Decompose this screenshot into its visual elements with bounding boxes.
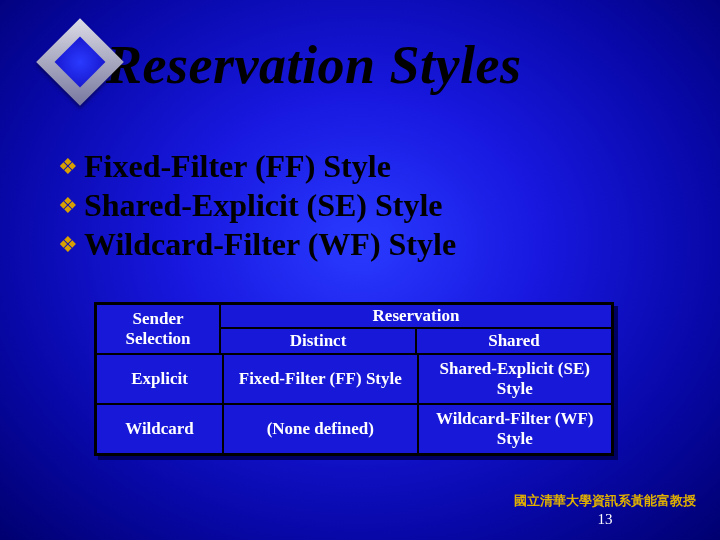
list-item: ❖ Wildcard-Filter (WF) Style <box>58 226 456 263</box>
table-header-shared: Shared <box>416 328 612 354</box>
page-number: 13 <box>514 511 696 528</box>
table-header-distinct: Distinct <box>220 328 416 354</box>
diamond-bullet-icon: ❖ <box>58 234 78 256</box>
list-item: ❖ Fixed-Filter (FF) Style <box>58 148 456 185</box>
cell-ff: Fixed-Filter (FF) Style <box>223 354 417 404</box>
bullet-text: Shared-Explicit (SE) Style <box>84 187 443 224</box>
row-label: Wildcard <box>96 404 223 454</box>
list-item: ❖ Shared-Explicit (SE) Style <box>58 187 456 224</box>
bullet-list: ❖ Fixed-Filter (FF) Style ❖ Shared-Expli… <box>58 148 456 265</box>
table-header-reservation: Reservation <box>220 304 612 328</box>
diamond-bullet-icon: ❖ <box>58 156 78 178</box>
table-row: Explicit Fixed-Filter (FF) Style Shared-… <box>96 354 612 404</box>
title-area: Reservation Styles <box>36 24 521 106</box>
slide-title: Reservation Styles <box>106 34 521 96</box>
cell-none: (None defined) <box>223 404 417 454</box>
diamond-bullet-icon: ❖ <box>58 195 78 217</box>
table-corner-header: Sender Selection <box>96 304 220 354</box>
row-label: Explicit <box>96 354 223 404</box>
corner-line2: Selection <box>125 329 190 349</box>
table-row: Wildcard (None defined) Wildcard-Filter … <box>96 404 612 454</box>
cell-wf: Wildcard-Filter (WF) Style <box>418 404 612 454</box>
bullet-text: Wildcard-Filter (WF) Style <box>84 226 456 263</box>
footer: 國立清華大學資訊系黃能富教授 13 <box>514 492 696 528</box>
cell-se: Shared-Explicit (SE) Style <box>418 354 612 404</box>
bullet-text: Fixed-Filter (FF) Style <box>84 148 391 185</box>
reservation-table: Sender Selection Reservation Distinct Sh… <box>94 302 614 456</box>
diamond-icon <box>36 18 124 106</box>
corner-line1: Sender <box>133 309 184 329</box>
footer-credit: 國立清華大學資訊系黃能富教授 <box>514 492 696 510</box>
